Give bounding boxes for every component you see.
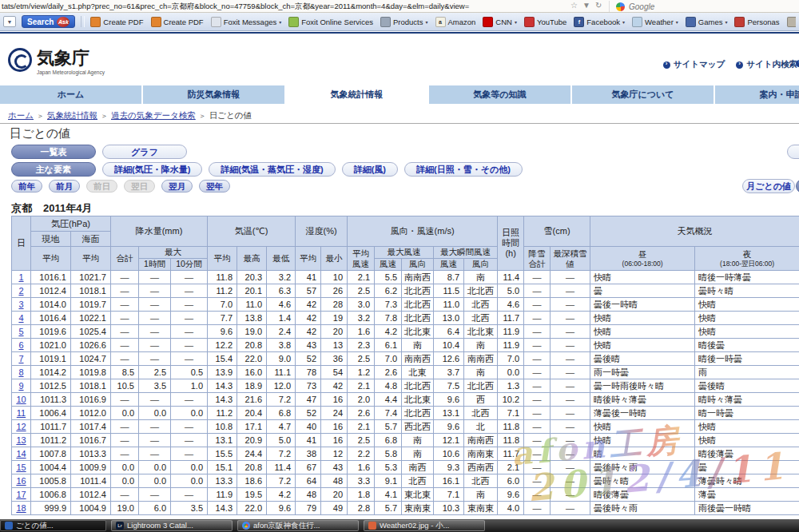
pill-item[interactable]: 前月 — [49, 180, 80, 193]
data-cell: 1024.7 — [71, 352, 111, 366]
data-cell: 北北西 — [402, 407, 434, 420]
day-cell: 11 — [12, 407, 31, 420]
button-item[interactable]: 詳細(日照・雪・その他) — [404, 162, 523, 177]
toolbar-item-personas[interactable]: Personas — [734, 17, 779, 27]
breadcrumb-item-item[interactable]: ホーム — [8, 110, 34, 120]
day-link[interactable]: 12 — [16, 422, 26, 431]
day-link[interactable]: 5 — [18, 327, 23, 336]
star-icon[interactable]: ☆ — [570, 1, 578, 10]
toolbar-item-label: Personas — [747, 18, 779, 26]
tab-item[interactable]: 気象庁について — [572, 85, 714, 104]
breadcrumb-item-item[interactable]: 過去の気象データ検索 — [111, 110, 196, 120]
data-cell: 22.0 — [237, 502, 267, 515]
browser-search-box[interactable]: Google — [609, 1, 654, 12]
toolbar-item-label: Create PDF — [164, 18, 204, 26]
url-text[interactable]: tats/etm/view/daily_s1.php?prec_no=61&pr… — [2, 2, 469, 12]
header-link-item[interactable]: サイト内検索 — [736, 59, 797, 70]
data-cell: 10.6 — [434, 447, 464, 461]
day-link[interactable]: 4 — [18, 313, 23, 323]
toolbar-item-amazon[interactable]: aAmazon — [435, 17, 476, 27]
pill-item[interactable]: 翌月 — [161, 180, 193, 193]
breadcrumb-item-item: 日ごとの値 — [209, 110, 252, 120]
day-link[interactable]: 11 — [17, 408, 26, 418]
data-cell: 4.8 — [375, 379, 402, 393]
tab-item[interactable]: 案内・申請・ — [715, 85, 799, 104]
pill-item[interactable]: 翌年 — [199, 180, 230, 193]
taskbar-item-weather02-jpg[interactable]: Weather02.jpg - 小... — [364, 520, 485, 531]
day-link[interactable]: 8 — [18, 367, 23, 377]
data-cell: — — [524, 488, 551, 502]
day-link[interactable]: 6 — [18, 340, 23, 350]
data-cell: 北北西 — [402, 312, 434, 325]
menu-button[interactable]: メ — [787, 145, 799, 159]
data-cell: 快晴 — [590, 325, 695, 339]
data-cell: — — [171, 447, 208, 461]
button-item[interactable]: 詳細(気温・蒸気圧・湿度) — [209, 162, 335, 177]
toolbar-item-cnn[interactable]: CNN▾ — [483, 17, 517, 27]
toolbar-item-celebrity[interactable]: Celebrity▾ — [787, 17, 796, 27]
day-link[interactable]: 14 — [16, 449, 26, 459]
toolbar-item-foxit-online-services[interactable]: Foxit Online Services — [288, 17, 373, 27]
toolbar-item-foxit-messages[interactable]: Foxit Messages▾ — [211, 17, 282, 27]
caret-down-icon: ▾ — [515, 19, 517, 25]
data-cell: 15.4 — [208, 352, 237, 366]
day-link[interactable]: 7 — [18, 354, 23, 363]
toolbar-item-games[interactable]: Games▾ — [686, 17, 728, 27]
toolbar-item-youtube[interactable]: YouTube — [524, 17, 566, 27]
toolbar-item-facebook[interactable]: fFacebook▾ — [574, 17, 625, 27]
data-cell: 17.1 — [237, 420, 267, 434]
tab-item[interactable]: 気象等の知識 — [429, 85, 570, 104]
day-link[interactable]: 3 — [18, 300, 23, 309]
taskbar-item-lightroom-3-catal[interactable]: LrLightroom 3 Catal... — [111, 520, 233, 531]
toolbar-item-weather[interactable]: Weather▾ — [632, 17, 678, 27]
col-gust-speed: 風速 — [434, 259, 464, 271]
day-link[interactable]: 16 — [16, 476, 26, 486]
taskbar-item-afon[interactable]: afon京阪神食住行... — [237, 520, 359, 531]
data-cell: 79 — [296, 502, 321, 515]
button-item[interactable]: グラフ — [102, 145, 187, 159]
data-cell: 16 — [321, 434, 348, 447]
tab-item[interactable]: ホーム — [0, 85, 141, 104]
toolbar-item-products[interactable]: Products▾ — [380, 17, 428, 27]
day-link[interactable]: 9 — [18, 381, 23, 391]
day-link[interactable]: 1 — [18, 272, 23, 282]
day-link[interactable]: 2 — [18, 286, 23, 296]
data-cell: 18.6 — [237, 474, 267, 488]
data-cell: 快晴 — [695, 312, 799, 325]
cut-button[interactable] — [796, 179, 799, 193]
day-link[interactable]: 10 — [16, 395, 26, 404]
tab-item[interactable]: 気象統計情報 — [286, 85, 427, 104]
data-cell: 7.1 — [434, 488, 464, 502]
data-cell: 1021.7 — [71, 271, 111, 284]
dropdown-icon[interactable]: ▼ — [582, 1, 590, 10]
data-cell: 47 — [296, 393, 321, 407]
button-item[interactable]: 詳細(風) — [342, 162, 398, 177]
day-cell: 7 — [12, 352, 31, 366]
image-viewer-icon — [368, 522, 376, 530]
data-cell: 7.3 — [375, 298, 402, 312]
toolbar-item-create-pdf[interactable]: Create PDF — [90, 17, 143, 27]
data-cell: 11.9 — [498, 339, 524, 352]
data-cell: 1011.3 — [31, 393, 71, 407]
button-item[interactable]: 主な要素 — [11, 162, 96, 177]
pill-item[interactable]: 前年 — [11, 180, 42, 193]
day-link[interactable]: 13 — [16, 435, 26, 445]
toolbar-item-create-pdf[interactable]: Create PDF — [151, 17, 204, 27]
data-cell: 北東 — [402, 366, 434, 379]
tab-item[interactable]: 防災気象情報 — [143, 85, 284, 104]
day-link[interactable]: 15 — [16, 463, 26, 472]
monthly-values-button[interactable]: 月ごとの値 — [742, 179, 795, 193]
jma-logo[interactable]: 気象庁 Japan Meteorological Agency — [8, 48, 105, 75]
day-link[interactable]: 17 — [16, 490, 26, 499]
day-link[interactable]: 18 — [16, 503, 26, 513]
breadcrumb-item-item[interactable]: 気象統計情報 — [47, 110, 97, 120]
header-link-item[interactable]: サイトマップ — [663, 59, 725, 70]
search-button[interactable]: Search Ask — [22, 15, 75, 28]
search-dropdown[interactable]: ▼ — [3, 16, 16, 27]
site-title: 気象庁 — [37, 50, 105, 67]
browser-address-bar[interactable]: tats/etm/view/daily_s1.php?prec_no=61&pr… — [0, 0, 799, 13]
reload-icon[interactable]: ↻ — [595, 1, 602, 10]
button-item[interactable]: 詳細(気圧・降水量) — [102, 162, 202, 177]
button-item[interactable]: 一覧表 — [11, 145, 96, 159]
taskbar-item-item[interactable]: ごとの値... — [0, 520, 106, 531]
